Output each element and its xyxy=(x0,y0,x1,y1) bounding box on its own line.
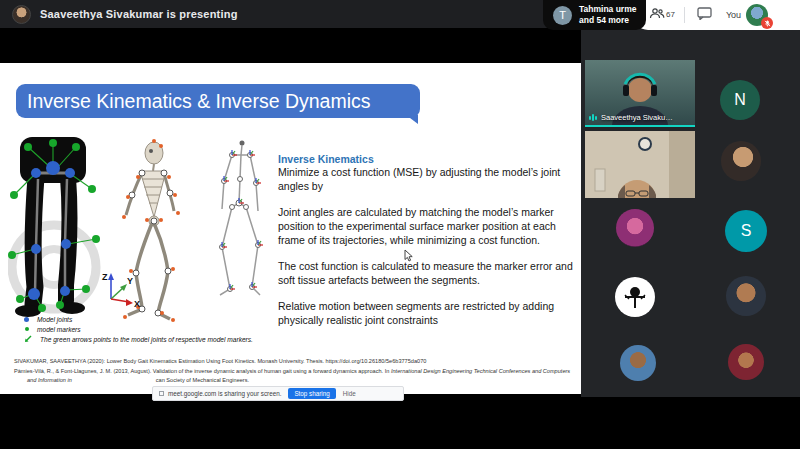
legend-item: model markers xyxy=(24,326,253,333)
skeleton-figure xyxy=(122,139,180,322)
axis-x-label: X xyxy=(134,299,140,309)
participant-avatar-initial[interactable]: N xyxy=(720,80,760,120)
video-tile-presenter[interactable]: Saaveethya Sivaku… xyxy=(585,60,695,127)
slide-section-heading: Inverse Kinematics xyxy=(278,153,579,165)
people-icon xyxy=(649,6,665,24)
people-count: 67 xyxy=(666,10,675,19)
meet-controls-pill: 67 You xyxy=(633,0,800,30)
share-message: meet.google.com is sharing your screen. xyxy=(168,390,281,397)
citation-1: SIVAKUMAR, SAAVEETHYA (2020): Lower Body… xyxy=(14,357,576,366)
participants-line2: and 54 more xyxy=(579,15,636,26)
participant-avatar-photo[interactable] xyxy=(616,209,654,247)
you-avatar xyxy=(746,4,768,26)
participant-avatar-photo[interactable] xyxy=(726,276,766,316)
green-arrow-icon xyxy=(24,335,32,344)
participants-summary: Tahmina urme and 54 more xyxy=(579,4,636,25)
model-joint-dot-icon xyxy=(24,317,29,322)
participant-avatar-photo[interactable] xyxy=(728,344,764,380)
legend-label: model markers xyxy=(37,326,81,333)
slide-paragraph: Minimize a cost function (MSE) by adjust… xyxy=(278,166,579,193)
chat-button[interactable] xyxy=(697,6,712,24)
presenter-status: Saaveethya Sivakumar is presenting xyxy=(12,0,238,28)
slide-title: Inverse Kinematics & Inverse Dynamics xyxy=(27,90,371,113)
gait-model-figure: Z Y X xyxy=(8,137,280,323)
slide-paragraph: Relative motion between segments are res… xyxy=(278,300,579,327)
axis-z-label: Z xyxy=(102,272,108,282)
pill-divider xyxy=(684,7,685,23)
participant-avatar-initial[interactable]: S xyxy=(725,210,767,252)
presenter-status-text: Saaveethya Sivakumar is presenting xyxy=(40,8,238,20)
citations: SIVAKUMAR, SAAVEETHYA (2020): Lower Body… xyxy=(14,357,576,385)
stop-sharing-button[interactable]: Stop sharing xyxy=(288,388,335,399)
legend-item: Model joints xyxy=(24,316,253,323)
logo-glyph xyxy=(622,284,648,310)
participant-avatar-photo[interactable] xyxy=(620,345,656,381)
slide-paragraph: Joint angles are calculated by matching … xyxy=(278,206,579,247)
legend-item: The green arrows points to the model joi… xyxy=(24,335,253,344)
hide-button[interactable]: Hide xyxy=(343,390,356,397)
axis-y-label: Y xyxy=(127,276,133,286)
presenter-avatar xyxy=(12,5,31,24)
people-button[interactable]: 67 xyxy=(649,6,674,24)
mic-muted-icon xyxy=(761,17,773,29)
slide-title-banner: Inverse Kinematics & Inverse Dynamics xyxy=(16,84,420,118)
screen-share-bar: meet.google.com is sharing your screen. … xyxy=(152,386,404,401)
presentation-slide: Inverse Kinematics & Inverse Dynamics xyxy=(0,63,581,394)
share-site-icon xyxy=(159,391,164,396)
participants-sidebar: Saaveethya Sivaku… N S xyxy=(581,28,800,397)
gait-model-figure-svg: Z Y X xyxy=(8,137,280,323)
you-status[interactable]: You xyxy=(726,4,768,26)
audio-indicator-icon xyxy=(589,114,597,122)
participant-avatar-photo[interactable] xyxy=(721,141,761,181)
legend-label: The green arrows points to the model joi… xyxy=(40,336,253,343)
participants-chip[interactable]: T Tahmina urme and 54 more xyxy=(543,0,646,30)
slide-body-text: Inverse Kinematics Minimize a cost funct… xyxy=(278,153,579,341)
stick-model-figure xyxy=(220,141,260,296)
video-tile-participant[interactable] xyxy=(585,131,695,198)
citation-2: Pàmies-Vilà, R., & Font-Llagunes, J. M. … xyxy=(14,367,576,385)
model-marker-dot-icon xyxy=(25,327,29,331)
citation-2-text: Pàmies-Vilà, R., & Font-Llagunes, J. M. … xyxy=(14,368,391,374)
top-bar: Saaveethya Sivakumar is presenting T Tah… xyxy=(0,0,800,28)
participant-video xyxy=(585,131,695,198)
you-label: You xyxy=(726,10,741,20)
slide-paragraph: The cost function is calculated to measu… xyxy=(278,260,579,287)
legend-label: Model joints xyxy=(37,316,72,323)
citation-2-end: can Society of Mechanical Engineers. xyxy=(156,377,249,383)
participant-initial-avatar: T xyxy=(553,6,572,25)
participant-avatar-logo[interactable] xyxy=(615,277,655,317)
participants-line1: Tahmina urme xyxy=(579,4,636,15)
coordinate-axes: Z Y X xyxy=(102,272,140,309)
figure-legend: Model joints model markers The green arr… xyxy=(24,316,253,347)
video-tile-name: Saaveethya Sivaku… xyxy=(601,113,673,122)
mouse-cursor-icon xyxy=(404,248,414,266)
